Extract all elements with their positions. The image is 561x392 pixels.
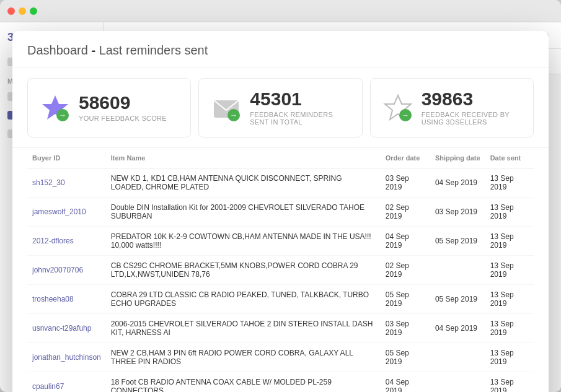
modal-overlay: Dashboard - Last reminders sent → 58609 … [0,19,561,392]
stat-label-received: FEEDBACK RECEIVED by using 3Dsellers [422,111,521,126]
cell-item-name: PREDATOR 10K K-2-9 COWTOWN CB,HAM ANTENN… [106,227,381,256]
stat-info-score: 58609 YOUR FEEDBACK SCORE [79,94,167,122]
cell-buyer-id: johnv20070706 [27,256,106,285]
svg-text:→: → [402,111,409,120]
stat-card-feedback-score: → 58609 YOUR FEEDBACK SCORE [27,78,191,137]
cell-order-date: 03 Sep 2019 [381,314,430,343]
cell-date-sent: 13 Sep 2019 [485,285,534,314]
cell-buyer-id: sh152_30 [27,168,106,198]
cell-shipping-date: 03 Sep 2019 [430,198,485,227]
table-row: johnv20070706 CB CS29C CHROME BRACKET,5M… [27,256,534,285]
table-row: trosheeha08 COBRA 29 LTD CLASSIC CB RADI… [27,285,534,314]
cell-buyer-id: 2012-dflores [27,227,106,256]
cell-item-name: NEW KD 1, KD1 CB,HAM ANTENNA QUICK DISCO… [106,168,381,198]
table-row: jameswolf_2010 Double DIN Installation K… [27,198,534,227]
stat-number-sent: 45301 [250,90,349,108]
modal-subtitle: Last reminders sent [99,43,208,57]
svg-text:→: → [230,111,237,120]
cell-buyer-id: usnvanc-t29afuhp [27,314,106,343]
table-row: sh152_30 NEW KD 1, KD1 CB,HAM ANTENNA QU… [27,168,534,198]
cell-date-sent: 13 Sep 2019 [485,372,534,393]
stat-card-feedback-received: → 39863 FEEDBACK RECEIVED by using 3Dsel… [370,78,534,137]
modal-title: Dashboard - Last reminders sent [12,31,549,68]
cell-shipping-date [430,256,485,285]
col-item-name: Item Name [106,148,381,168]
stat-info-received: 39863 FEEDBACK RECEIVED by using 3Dselle… [422,90,521,126]
table-row: usnvanc-t29afuhp 2006-2015 CHEVROLET SIL… [27,314,534,343]
email-icon: → [211,93,241,123]
cell-shipping-date: 04 Sep 2019 [430,168,485,198]
table-section: Buyer ID Item Name Order date Shipping d… [12,148,549,392]
table-row: cpaulin67 18 Foot CB RADIO ANTENNA COAX … [27,372,534,393]
cell-shipping-date: 05 Sep 2019 [430,227,485,256]
cell-item-name: 2006-2015 CHEVROLET SILVERADO TAHOE 2 DI… [106,314,381,343]
cell-buyer-id: cpaulin67 [27,372,106,393]
minimize-button[interactable] [19,7,26,15]
stat-card-reminders-sent: → 45301 Feedback reminders sent in total [198,78,362,137]
cell-date-sent: 13 Sep 2019 [485,256,534,285]
stat-number-score: 58609 [79,94,167,112]
cell-date-sent: 13 Sep 2019 [485,168,534,198]
star-received-icon: → [383,93,413,123]
cell-date-sent: 13 Sep 2019 [485,198,534,227]
col-shipping-date: Shipping date [430,148,485,168]
col-buyer-id: Buyer ID [27,148,106,168]
maximize-button[interactable] [30,7,37,15]
cell-item-name: Double DIN Installation Kit for 2001-200… [106,198,381,227]
cell-date-sent: 13 Sep 2019 [485,227,534,256]
cell-shipping-date [430,372,485,393]
table-header-row: Buyer ID Item Name Order date Shipping d… [27,148,534,168]
cell-order-date: 02 Sep 2019 [381,256,430,285]
cell-order-date: 03 Sep 2019 [381,168,430,198]
cell-order-date: 02 Sep 2019 [381,198,430,227]
cell-order-date: 04 Sep 2019 [381,372,430,393]
table-row: 2012-dflores PREDATOR 10K K-2-9 COWTOWN … [27,227,534,256]
table-body: sh152_30 NEW KD 1, KD1 CB,HAM ANTENNA QU… [27,168,534,393]
stat-label-sent: Feedback reminders sent in total [250,111,349,126]
cell-item-name: CB CS29C CHROME BRACKET,5MM KNOBS,POWER … [106,256,381,285]
stats-row: → 58609 YOUR FEEDBACK SCORE [12,68,549,148]
cell-order-date: 04 Sep 2019 [381,227,430,256]
cell-date-sent: 13 Sep 2019 [485,343,534,372]
cell-item-name: 18 Foot CB RADIO ANTENNA COAX CABLE W/ M… [106,372,381,393]
traffic-lights [7,7,37,15]
table-row: jonathan_hutchinson NEW 2 CB,HAM 3 PIN 6… [27,343,534,372]
cell-buyer-id: trosheeha08 [27,285,106,314]
close-button[interactable] [7,7,15,15]
stat-label-score: YOUR FEEDBACK SCORE [79,115,167,122]
cell-order-date: 05 Sep 2019 [381,343,430,372]
cell-date-sent: 13 Sep 2019 [485,314,534,343]
cell-buyer-id: jonathan_hutchinson [27,343,106,372]
col-date-sent: Date sent [485,148,534,168]
cell-item-name: COBRA 29 LTD CLASSIC CB RADIO PEAKED, TU… [106,285,381,314]
stat-number-received: 39863 [422,90,521,108]
svg-text:→: → [59,111,66,120]
cell-shipping-date: 04 Sep 2019 [430,314,485,343]
orders-table: Buyer ID Item Name Order date Shipping d… [27,148,534,392]
cell-buyer-id: jameswolf_2010 [27,198,106,227]
cell-order-date: 05 Sep 2019 [381,285,430,314]
star-icon: → [40,93,70,123]
stat-info-sent: 45301 Feedback reminders sent in total [250,90,349,126]
cell-item-name: NEW 2 CB,HAM 3 PIN 6ft RADIO POWER CORD … [106,343,381,372]
cell-shipping-date [430,343,485,372]
modal: Dashboard - Last reminders sent → 58609 … [12,31,549,392]
cell-shipping-date: 05 Sep 2019 [430,285,485,314]
col-order-date: Order date [381,148,430,168]
